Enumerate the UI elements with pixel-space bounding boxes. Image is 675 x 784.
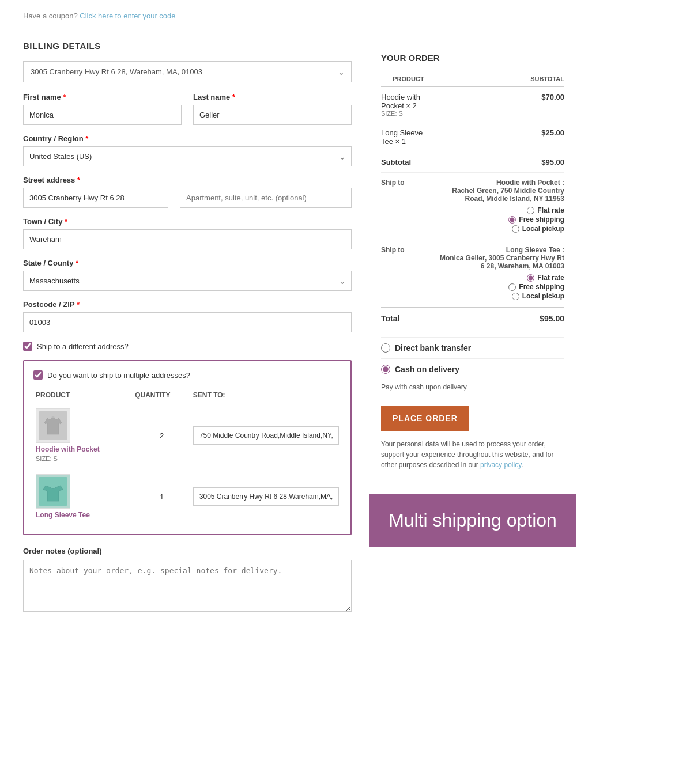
ship1-local-pickup-radio[interactable]: [512, 225, 519, 233]
ship1-option3-row: Local pickup: [436, 225, 564, 233]
hoodie-svg: [39, 411, 67, 440]
subtotal-row: Subtotal $95.00: [381, 152, 564, 173]
product1-quantity: 2: [133, 403, 191, 468]
cash-delivery-option[interactable]: Cash on delivery: [381, 358, 564, 380]
direct-bank-radio[interactable]: [381, 343, 390, 353]
ship2-option2-row: Free shipping: [436, 283, 564, 291]
left-column: BILLING DETAILS 3005 Cranberry Hwy Rt 6 …: [23, 41, 352, 625]
apt-input[interactable]: [180, 188, 352, 208]
state-label: State / County *: [23, 259, 352, 267]
ship2-local-pickup-radio[interactable]: [512, 293, 519, 300]
ship2-free-shipping-radio[interactable]: [508, 283, 516, 291]
multi-ship-table: PRODUCT QUANTITY SENT TO:: [33, 388, 341, 525]
total-row: Total $95.00: [381, 308, 564, 329]
cash-delivery-radio[interactable]: [381, 365, 390, 374]
postcode-input[interactable]: [23, 312, 352, 332]
ship2-option3-row: Local pickup: [436, 292, 564, 300]
street-row: [23, 188, 352, 208]
ship1-flat-rate-label: Flat rate: [537, 206, 564, 214]
first-name-group: First name *: [23, 93, 182, 125]
privacy-note: Your personal data will be used to proce…: [381, 439, 564, 470]
product-col-header: PRODUCT: [33, 388, 133, 403]
state-select[interactable]: Massachusetts: [23, 271, 352, 291]
coupon-text: Have a coupon?: [23, 12, 78, 20]
table-row: Hoodie with Pocket SIZE: S 2: [33, 403, 341, 468]
street-input[interactable]: [23, 188, 168, 208]
ship2-address: Long Sleeve Tee : Monica Geller, 3005 Cr…: [436, 246, 564, 270]
ship2-option1-row: Flat rate: [436, 274, 564, 282]
payment-description: Pay with cash upon delivery.: [381, 380, 564, 397]
quantity-col-header: QUANTITY: [133, 388, 191, 403]
city-label: Town / City *: [23, 217, 352, 226]
ship1-flat-rate-radio[interactable]: [527, 207, 534, 214]
order-table: PRODUCT SUBTOTAL Hoodie with Pocket × 2 …: [381, 72, 564, 329]
billing-section: BILLING DETAILS 3005 Cranberry Hwy Rt 6 …: [23, 41, 352, 613]
postcode-group: Postcode / ZIP *: [23, 300, 352, 332]
payment-section: Direct bank transfer Cash on delivery Pa…: [381, 337, 564, 397]
multi-ship-label: Do you want to ship to multiple addresse…: [47, 371, 190, 380]
product2-cell: Long Sleeve Tee: [33, 468, 133, 525]
state-group: State / County * Massachusetts ⌄: [23, 259, 352, 291]
item1-subtotal: $70.00: [436, 86, 564, 123]
multi-shipping-text: Multi shipping option: [386, 510, 559, 531]
product1-address-cell: [191, 403, 341, 468]
item1-name: Hoodie with Pocket × 2: [381, 93, 436, 110]
ship1-option1-row: Flat rate: [436, 206, 564, 214]
country-group: Country / Region * United States (US) ⌄: [23, 134, 352, 166]
postcode-label: Postcode / ZIP *: [23, 300, 352, 309]
sent-to-col-header: SENT TO:: [191, 388, 341, 403]
order-subtotal-col: SUBTOTAL: [436, 72, 564, 86]
privacy-policy-link[interactable]: privacy policy: [480, 461, 521, 469]
product1-size: SIZE: S: [36, 455, 58, 462]
city-input[interactable]: [23, 229, 352, 249]
table-row: Hoodie with Pocket × 2 SIZE: S $70.00: [381, 86, 564, 123]
ship1-local-pickup-label: Local pickup: [522, 225, 564, 233]
product2-quantity: 1: [133, 468, 191, 525]
coupon-link[interactable]: Click here to enter your code: [80, 12, 175, 20]
ship2-free-shipping-label: Free shipping: [519, 283, 564, 291]
multi-ship-header: Do you want to ship to multiple addresse…: [33, 370, 341, 380]
total-label: Total: [381, 308, 436, 329]
ship1-free-shipping-radio[interactable]: [508, 216, 516, 224]
item1-size: SIZE: S: [381, 110, 436, 117]
product2-address-cell: [191, 468, 341, 525]
order-title: YOUR ORDER: [381, 53, 564, 63]
direct-bank-option[interactable]: Direct bank transfer: [381, 337, 564, 358]
order-notes-textarea[interactable]: [23, 560, 352, 612]
ship-to-row-2: Ship to Long Sleeve Tee : Monica Geller,…: [381, 240, 564, 308]
billing-title: BILLING DETAILS: [23, 41, 352, 51]
ship-different-checkbox[interactable]: [23, 342, 32, 351]
order-notes-section: Order notes (optional): [23, 547, 352, 613]
order-box: YOUR ORDER PRODUCT SUBTOTAL Hoodie with …: [369, 41, 576, 482]
product2-image: [36, 474, 70, 509]
product1-image: [36, 408, 70, 443]
country-label: Country / Region *: [23, 134, 352, 143]
ship-options-block-1: Hoodie with Pocket : Rachel Green, 750 M…: [436, 179, 564, 233]
product1-address-input[interactable]: [193, 426, 339, 445]
last-name-input[interactable]: [193, 105, 352, 125]
name-row: First name * Last name *: [23, 93, 352, 125]
product1-name-link[interactable]: Hoodie with Pocket: [36, 445, 130, 453]
ship2-flat-rate-label: Flat rate: [537, 274, 564, 282]
place-order-button[interactable]: PLACE ORDER: [381, 406, 469, 431]
ship-different-label: Ship to a different address?: [37, 342, 129, 351]
item2-subtotal: $25.00: [436, 123, 564, 152]
address-select-wrapper: 3005 Cranberry Hwy Rt 6 28, Wareham, MA,…: [23, 61, 352, 82]
first-name-input[interactable]: [23, 105, 182, 125]
ship2-flat-rate-radio[interactable]: [527, 274, 534, 282]
ship1-free-shipping-label: Free shipping: [519, 215, 564, 224]
last-name-label: Last name *: [193, 93, 352, 101]
product2-address-input[interactable]: [193, 487, 339, 506]
tee-svg: [39, 477, 67, 506]
country-select[interactable]: United States (US): [23, 146, 352, 166]
product2-name-link[interactable]: Long Sleeve Tee: [36, 511, 130, 519]
first-name-label: First name *: [23, 93, 182, 101]
table-row: Long Sleeve Tee 1: [33, 468, 341, 525]
multi-ship-box: Do you want to ship to multiple addresse…: [23, 360, 352, 535]
ship-to-label-2: Ship to: [381, 240, 436, 308]
multi-ship-checkbox[interactable]: [33, 370, 43, 380]
ship-to-label-1: Ship to: [381, 173, 436, 240]
ship-options-1: Hoodie with Pocket : Rachel Green, 750 M…: [436, 173, 564, 240]
address-select[interactable]: 3005 Cranberry Hwy Rt 6 28, Wareham, MA,…: [23, 61, 352, 82]
order-product-col: PRODUCT: [381, 72, 436, 86]
